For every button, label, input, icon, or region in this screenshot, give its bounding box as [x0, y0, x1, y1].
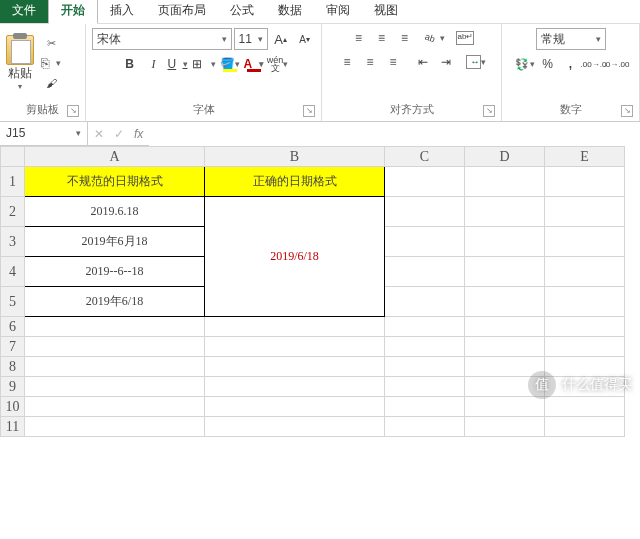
cell-a5[interactable]: 2019年6/18 — [25, 287, 205, 317]
cell-e1[interactable] — [545, 167, 625, 197]
row-header-5[interactable]: 5 — [1, 287, 25, 317]
cell-d1[interactable] — [465, 167, 545, 197]
cell-b11[interactable] — [205, 417, 385, 437]
row-header-3[interactable]: 3 — [1, 227, 25, 257]
copy-button[interactable] — [40, 54, 62, 72]
cell-b1[interactable]: 正确的日期格式 — [205, 167, 385, 197]
font-color-button[interactable]: A — [243, 54, 265, 74]
cell-c5[interactable] — [385, 287, 465, 317]
font-size-combo[interactable]: 11 — [234, 28, 268, 50]
row-header-10[interactable]: 10 — [1, 397, 25, 417]
cell-e2[interactable] — [545, 197, 625, 227]
number-format-combo[interactable]: 常规 — [536, 28, 606, 50]
comma-format-button[interactable] — [560, 54, 582, 74]
align-bottom-button[interactable] — [394, 28, 416, 48]
increase-decimal-button[interactable] — [583, 54, 605, 74]
insert-function-button[interactable]: fx — [134, 127, 143, 141]
font-name-combo[interactable]: 宋体 — [92, 28, 232, 50]
tab-insert[interactable]: 插入 — [98, 0, 146, 23]
cell-b2-b5-merged[interactable]: 2019/6/18 — [205, 197, 385, 317]
cell-d10[interactable] — [465, 397, 545, 417]
cell-d6[interactable] — [465, 317, 545, 337]
cell-b10[interactable] — [205, 397, 385, 417]
name-box[interactable]: J15 — [0, 122, 88, 146]
cell-e5[interactable] — [545, 287, 625, 317]
cell-c2[interactable] — [385, 197, 465, 227]
row-header-9[interactable]: 9 — [1, 377, 25, 397]
cell-e3[interactable] — [545, 227, 625, 257]
tab-home[interactable]: 开始 — [48, 0, 98, 24]
cell-a8[interactable] — [25, 357, 205, 377]
cell-b9[interactable] — [205, 377, 385, 397]
orientation-button[interactable] — [424, 28, 446, 48]
underline-button[interactable]: U — [167, 54, 189, 74]
align-center-button[interactable] — [359, 52, 381, 72]
cancel-icon[interactable]: ✕ — [94, 127, 104, 141]
cell-a9[interactable] — [25, 377, 205, 397]
cell-c6[interactable] — [385, 317, 465, 337]
align-top-button[interactable] — [348, 28, 370, 48]
increase-indent-button[interactable] — [435, 52, 457, 72]
tab-view[interactable]: 视图 — [362, 0, 410, 23]
cell-c1[interactable] — [385, 167, 465, 197]
phonetic-guide-button[interactable]: wén文 — [267, 54, 289, 74]
align-right-button[interactable] — [382, 52, 404, 72]
decrease-indent-button[interactable] — [412, 52, 434, 72]
merge-cells-button[interactable] — [465, 52, 487, 72]
font-dialog-launcher[interactable]: ↘ — [303, 105, 315, 117]
select-all-corner[interactable] — [1, 147, 25, 167]
tab-formulas[interactable]: 公式 — [218, 0, 266, 23]
cell-c4[interactable] — [385, 257, 465, 287]
cut-button[interactable] — [40, 34, 62, 52]
col-header-d[interactable]: D — [465, 147, 545, 167]
align-left-button[interactable] — [336, 52, 358, 72]
paste-dropdown[interactable]: ▾ — [18, 82, 22, 91]
row-header-1[interactable]: 1 — [1, 167, 25, 197]
cell-d7[interactable] — [465, 337, 545, 357]
borders-button[interactable] — [191, 54, 217, 74]
row-header-7[interactable]: 7 — [1, 337, 25, 357]
tab-review[interactable]: 审阅 — [314, 0, 362, 23]
col-header-b[interactable]: B — [205, 147, 385, 167]
increase-font-size-button[interactable] — [270, 29, 292, 49]
cell-d3[interactable] — [465, 227, 545, 257]
cell-a4[interactable]: 2019--6--18 — [25, 257, 205, 287]
cell-d4[interactable] — [465, 257, 545, 287]
italic-button[interactable]: I — [143, 54, 165, 74]
cell-a1[interactable]: 不规范的日期格式 — [25, 167, 205, 197]
cell-a11[interactable] — [25, 417, 205, 437]
cell-e7[interactable] — [545, 337, 625, 357]
percent-format-button[interactable] — [537, 54, 559, 74]
wrap-text-button[interactable] — [454, 28, 476, 48]
col-header-c[interactable]: C — [385, 147, 465, 167]
cell-a7[interactable] — [25, 337, 205, 357]
cell-c11[interactable] — [385, 417, 465, 437]
tab-page-layout[interactable]: 页面布局 — [146, 0, 218, 23]
cell-c7[interactable] — [385, 337, 465, 357]
row-header-11[interactable]: 11 — [1, 417, 25, 437]
paste-button[interactable]: 粘贴 ▾ — [4, 33, 36, 93]
formula-input[interactable] — [149, 122, 640, 146]
format-painter-button[interactable] — [40, 74, 62, 92]
clipboard-dialog-launcher[interactable]: ↘ — [67, 105, 79, 117]
bold-button[interactable]: B — [119, 54, 141, 74]
cell-d11[interactable] — [465, 417, 545, 437]
row-header-6[interactable]: 6 — [1, 317, 25, 337]
tab-data[interactable]: 数据 — [266, 0, 314, 23]
accounting-format-button[interactable] — [514, 54, 536, 74]
cell-e4[interactable] — [545, 257, 625, 287]
cell-c8[interactable] — [385, 357, 465, 377]
cell-a2[interactable]: 2019.6.18 — [25, 197, 205, 227]
alignment-dialog-launcher[interactable]: ↘ — [483, 105, 495, 117]
row-header-2[interactable]: 2 — [1, 197, 25, 227]
cell-e6[interactable] — [545, 317, 625, 337]
cell-a10[interactable] — [25, 397, 205, 417]
number-dialog-launcher[interactable]: ↘ — [621, 105, 633, 117]
cell-a3[interactable]: 2019年6月18 — [25, 227, 205, 257]
decrease-font-size-button[interactable] — [294, 29, 316, 49]
decrease-decimal-button[interactable] — [606, 54, 628, 74]
cell-b6[interactable] — [205, 317, 385, 337]
cell-a6[interactable] — [25, 317, 205, 337]
fill-color-button[interactable]: 🪣 — [219, 54, 241, 74]
cell-b8[interactable] — [205, 357, 385, 377]
